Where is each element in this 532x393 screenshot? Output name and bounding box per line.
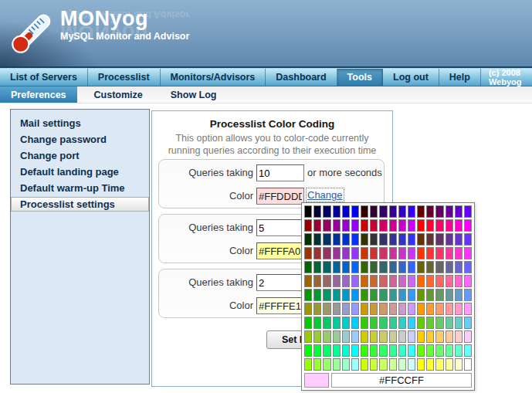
color-swatch[interactable] [389,247,397,259]
color-swatch[interactable] [446,344,453,357]
color-swatch[interactable] [398,303,406,315]
color-swatch[interactable] [304,317,312,329]
color-swatch[interactable] [426,330,434,343]
color-swatch[interactable] [351,358,359,371]
color-swatch[interactable] [323,358,330,371]
color-swatch[interactable] [464,303,472,315]
color-swatch[interactable] [417,233,425,246]
color-swatch[interactable] [304,275,312,287]
color-swatch[interactable] [417,330,425,343]
color-swatch[interactable] [408,330,415,343]
color-swatch[interactable] [333,205,341,218]
color-swatch[interactable] [408,247,415,259]
color-swatch[interactable] [389,358,397,371]
color-swatch[interactable] [379,289,387,301]
color-swatch[interactable] [323,344,330,357]
color-swatch[interactable] [389,233,397,246]
tab-preferences[interactable]: Preferences [0,86,77,103]
color-swatch[interactable] [464,233,472,246]
color-swatch[interactable] [398,247,406,259]
color-swatch[interactable] [351,344,359,357]
color-swatch[interactable] [464,289,472,301]
color-swatch[interactable] [323,247,330,259]
picker-hex-field[interactable] [331,373,472,388]
color-swatch[interactable] [398,219,406,232]
color-swatch[interactable] [464,317,472,329]
color-swatch[interactable] [408,317,415,329]
color-swatch[interactable] [351,233,359,246]
color-swatch[interactable] [323,233,330,246]
color-swatch[interactable] [455,289,463,301]
color-swatch[interactable] [408,261,415,273]
color-swatch[interactable] [313,247,321,259]
color-swatch[interactable] [342,247,350,259]
sidebar-item-change-password[interactable]: Change password [11,132,149,147]
color-swatch[interactable] [333,289,341,301]
color-hex-input-3[interactable] [256,297,304,314]
color-swatch[interactable] [370,261,378,273]
color-swatch[interactable] [379,233,387,246]
color-swatch[interactable] [361,205,368,218]
color-swatch[interactable] [426,247,434,259]
color-swatch[interactable] [398,275,406,287]
color-swatch[interactable] [342,289,350,301]
color-swatch[interactable] [333,247,341,259]
color-swatch[interactable] [435,303,443,315]
color-swatch[interactable] [435,275,443,287]
color-swatch[interactable] [370,330,378,343]
color-swatch[interactable] [323,205,330,218]
color-swatch[interactable] [351,330,359,343]
color-swatch[interactable] [313,344,321,357]
color-swatch[interactable] [446,247,453,259]
color-swatch[interactable] [435,358,443,371]
color-swatch[interactable] [361,219,368,232]
color-swatch[interactable] [455,303,463,315]
color-swatch[interactable] [333,233,341,246]
color-swatch[interactable] [417,289,425,301]
color-hex-input-1[interactable] [256,188,304,205]
sidebar-item-default-warm-up-time[interactable]: Default warm-up Time [11,181,149,195]
color-swatch[interactable] [342,358,350,371]
color-swatch[interactable] [333,303,341,315]
color-swatch[interactable] [417,261,425,273]
color-swatch[interactable] [398,330,406,343]
sidebar-item-default-landing-page[interactable]: Default landing page [11,164,149,179]
seconds-input-2[interactable] [256,219,304,236]
color-swatch[interactable] [389,330,397,343]
color-swatch[interactable] [379,303,387,315]
color-swatch[interactable] [408,358,415,371]
color-swatch[interactable] [361,317,368,329]
color-swatch[interactable] [379,247,387,259]
nav-item-monitors-advisors[interactable]: Monitors/Advisors [161,69,266,86]
color-swatch[interactable] [304,303,312,315]
color-swatch[interactable] [323,330,330,343]
color-swatch[interactable] [342,275,350,287]
sidebar-item-mail-settings[interactable]: Mail settings [11,116,149,130]
color-swatch[interactable] [342,261,350,273]
color-swatch[interactable] [361,344,368,357]
color-swatch[interactable] [446,358,453,371]
color-swatch[interactable] [304,289,312,301]
nav-item-list-of-servers[interactable]: List of Servers [0,69,88,86]
color-swatch[interactable] [370,219,378,232]
color-swatch[interactable] [333,317,341,329]
color-swatch[interactable] [455,219,463,232]
nav-item-log-out[interactable]: Log out [383,69,439,86]
color-swatch[interactable] [333,261,341,273]
color-swatch[interactable] [398,233,406,246]
color-swatch[interactable] [398,261,406,273]
color-swatch[interactable] [464,344,472,357]
seconds-input-3[interactable] [256,274,304,291]
color-swatch[interactable] [398,205,406,218]
color-swatch[interactable] [370,303,378,315]
color-swatch[interactable] [455,261,463,273]
color-swatch[interactable] [342,233,350,246]
color-swatch[interactable] [351,247,359,259]
color-swatch[interactable] [323,261,330,273]
color-swatch[interactable] [455,247,463,259]
color-swatch[interactable] [435,289,443,301]
color-swatch[interactable] [426,303,434,315]
color-swatch[interactable] [351,317,359,329]
color-swatch[interactable] [370,344,378,357]
color-swatch[interactable] [361,233,368,246]
